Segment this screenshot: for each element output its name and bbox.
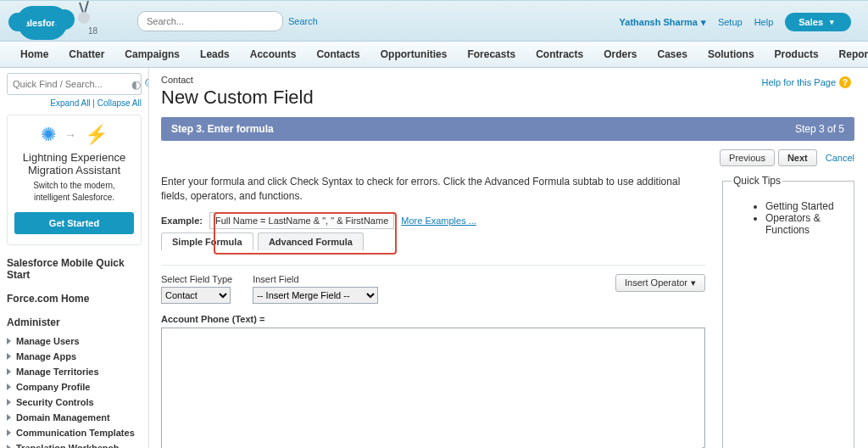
svg-line-0 xyxy=(80,3,83,13)
sidebar-item-domain-management[interactable]: Domain Management xyxy=(7,410,142,425)
sidebar-item-force-home[interactable]: Force.com Home xyxy=(7,293,142,305)
global-search-button[interactable]: Search xyxy=(288,16,318,26)
chevron-right-icon xyxy=(7,399,11,406)
chevron-right-icon xyxy=(7,384,11,390)
example-formula: Full Name = LastName & ", " & FirstName xyxy=(209,212,394,229)
tab-home[interactable]: Home xyxy=(10,42,58,67)
chevron-right-icon xyxy=(7,368,11,375)
cancel-link[interactable]: Cancel xyxy=(826,153,854,163)
sidebar-item-mobile-quickstart[interactable]: Salesforce Mobile Quick Start xyxy=(7,257,142,281)
step-label: Step 3. Enter formula xyxy=(171,123,274,135)
salesforce-logo: salesforce xyxy=(17,6,68,40)
collapse-all-link[interactable]: Collapse All xyxy=(97,98,142,108)
setup-sidebar: ◐ 🔍 Expand All | Collapse All ✺ → ⚡ Ligh… xyxy=(0,68,149,448)
next-button[interactable]: Next xyxy=(778,149,817,166)
setup-link[interactable]: Setup xyxy=(718,17,743,27)
tab-accounts[interactable]: Accounts xyxy=(240,42,307,67)
tab-opportunities[interactable]: Opportunities xyxy=(370,42,458,67)
tab-products[interactable]: Products xyxy=(765,42,829,67)
breadcrumb: Contact xyxy=(161,75,854,85)
app-switcher-pill[interactable]: Sales▾ xyxy=(785,13,851,31)
page-title: New Custom Field xyxy=(161,87,854,109)
svg-line-1 xyxy=(85,1,88,13)
classic-icon: ✺ xyxy=(41,124,56,146)
chevron-right-icon xyxy=(7,338,11,344)
help-for-page-link[interactable]: Help for this Page xyxy=(762,77,836,87)
tab-contacts[interactable]: Contacts xyxy=(306,42,370,67)
tip-operators-functions[interactable]: Operators & Functions xyxy=(765,212,821,236)
tab-leads[interactable]: Leads xyxy=(190,42,240,67)
insert-operator-button[interactable]: Insert Operator ▾ xyxy=(615,274,705,292)
step-count: Step 3 of 5 xyxy=(795,123,844,135)
help-link[interactable]: Help xyxy=(754,17,774,27)
caret-down-icon: ▾ xyxy=(830,18,834,26)
quick-tips-legend: Quick Tips xyxy=(732,175,782,187)
sidebar-item-security-controls[interactable]: Security Controls xyxy=(7,395,142,410)
insert-merge-field[interactable]: -- Insert Merge Field -- xyxy=(253,287,378,304)
help-icon[interactable]: ? xyxy=(839,76,851,88)
notification-count: 18 xyxy=(88,26,97,36)
tab-cases[interactable]: Cases xyxy=(648,42,698,67)
insert-field-label: Insert Field xyxy=(253,274,378,284)
chevron-right-icon xyxy=(7,429,11,436)
mascot-icon: 18 xyxy=(73,1,93,31)
expand-all-link[interactable]: Expand All xyxy=(50,98,90,108)
help-icon[interactable]: ◐ xyxy=(131,78,141,91)
sidebar-section-administer: Administer xyxy=(7,316,142,328)
select-field-type-label: Select Field Type xyxy=(161,274,232,284)
sidebar-item-communication-templates[interactable]: Communication Templates xyxy=(7,425,142,440)
example-label: Example: xyxy=(161,216,203,226)
main-content: Help for this Page ? Contact New Custom … xyxy=(149,68,868,448)
tab-contracts[interactable]: Contracts xyxy=(526,42,593,67)
global-header: salesforce 18 Search Yathansh Sharma▾ Se… xyxy=(0,0,868,41)
tip-getting-started[interactable]: Getting Started xyxy=(765,200,834,212)
tab-forecasts[interactable]: Forecasts xyxy=(457,42,526,67)
sidebar-item-translation-workbench[interactable]: Translation Workbench xyxy=(7,440,142,448)
tab-campaigns[interactable]: Campaigns xyxy=(114,42,190,67)
more-examples-link[interactable]: More Examples ... xyxy=(401,216,476,226)
arrow-right-icon: → xyxy=(64,128,76,142)
caret-down-icon: ▾ xyxy=(701,17,706,27)
svg-point-2 xyxy=(78,12,90,24)
sidebar-item-manage-apps[interactable]: Manage Apps xyxy=(7,349,142,364)
sidebar-item-manage-territories[interactable]: Manage Territories xyxy=(7,364,142,379)
quick-tips-box: Quick Tips Getting Started Operators & F… xyxy=(722,175,854,448)
select-field-type[interactable]: Contact xyxy=(161,287,231,304)
tab-chatter[interactable]: Chatter xyxy=(58,42,114,67)
intro-text: Enter your formula and click Check Synta… xyxy=(161,175,705,204)
nav-tabstrip: HomeChatterCampaignsLeadsAccountsContact… xyxy=(0,41,868,68)
previous-button[interactable]: Previous xyxy=(720,149,775,166)
lex-get-started-button[interactable]: Get Started xyxy=(14,212,134,234)
chevron-right-icon xyxy=(7,445,11,448)
lex-subtitle: Switch to the modern, intelligent Salesf… xyxy=(14,180,134,204)
user-menu[interactable]: Yathansh Sharma▾ xyxy=(620,17,706,28)
formula-subtabs: Simple Formula Advanced Formula xyxy=(161,232,705,253)
tab-simple-formula[interactable]: Simple Formula xyxy=(161,232,253,250)
tab-solutions[interactable]: Solutions xyxy=(698,42,765,67)
chevron-right-icon xyxy=(7,414,11,421)
global-search-input[interactable] xyxy=(137,11,283,31)
quick-find-wrap: ◐ 🔍 xyxy=(7,73,142,95)
tab-reports[interactable]: Reports xyxy=(829,42,868,67)
quick-find-input[interactable] xyxy=(11,78,131,90)
formula-textarea[interactable] xyxy=(161,328,705,448)
wizard-step-bar: Step 3. Enter formula Step 3 of 5 xyxy=(161,117,854,141)
chevron-right-icon xyxy=(7,353,11,360)
caret-down-icon: ▾ xyxy=(691,277,696,288)
lex-title: Lightning Experience Migration Assistant xyxy=(14,151,134,176)
tab-advanced-formula[interactable]: Advanced Formula xyxy=(258,232,364,250)
tab-orders[interactable]: Orders xyxy=(593,42,647,67)
sidebar-item-manage-users[interactable]: Manage Users xyxy=(7,333,142,349)
sidebar-item-company-profile[interactable]: Company Profile xyxy=(7,379,142,395)
lex-migration-card: ✺ → ⚡ Lightning Experience Migration Ass… xyxy=(7,115,142,245)
lightning-icon: ⚡ xyxy=(85,124,108,146)
formula-field-label: Account Phone (Text) = xyxy=(161,314,705,324)
